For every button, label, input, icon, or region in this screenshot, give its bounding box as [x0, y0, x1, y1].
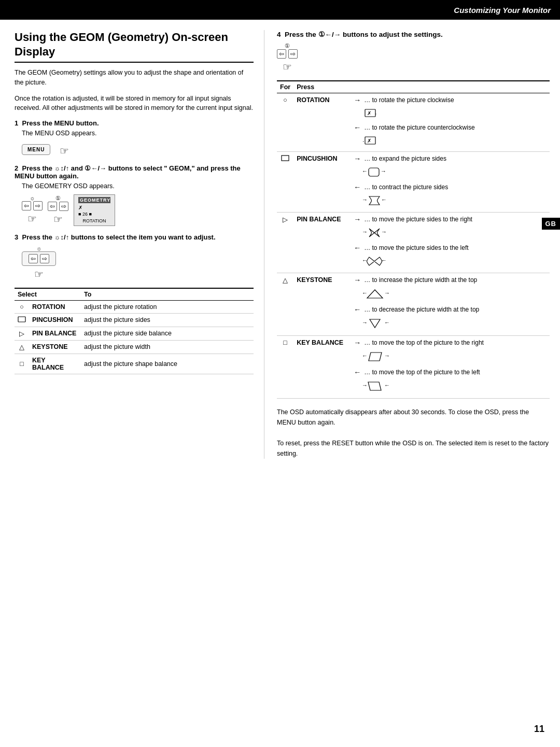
step-4-num: 4 — [277, 31, 281, 38]
pinbalance-right-line: → … to move the picture sides to the rig… — [354, 215, 547, 223]
pinbalance-entry: → … to move the picture sides to the rig… — [354, 215, 547, 270]
rotation-left-line: ← … to rotate the picture counterclockwi… — [354, 123, 547, 132]
keybalance-name-cell: KEY BALANCE — [293, 336, 351, 399]
keystone-right-text: … to increase the picture width at the t… — [364, 276, 477, 284]
keybalance-desc-cell: → … to move the top of the picture to th… — [351, 336, 550, 399]
pinbalance-icon-cell: ▷ — [277, 213, 293, 273]
press-table: For Press ○ ROTATION → … to rotate the p… — [277, 80, 550, 399]
rotation-entry: → … to rotate the picture clockwise ✗ ' — [354, 96, 547, 149]
svg-rect-9 — [369, 168, 379, 176]
row-desc: adjust the picture rotation — [81, 300, 254, 313]
keybalance-left-diagram: → ← — [362, 380, 547, 394]
rotation-right-line: → … to rotate the picture clockwise — [354, 96, 547, 104]
rotation-right-text: … to rotate the picture clockwise — [364, 96, 454, 104]
step-3-text: Press the ☼↕/↑ buttons to select the ite… — [22, 233, 215, 241]
menu-button-diagram: MENU — [22, 144, 50, 155]
step-3-label: 3 Press the ☼↕/↑ buttons to select the i… — [15, 233, 254, 241]
right-column: 4 Press the ①←/→ buttons to adjust the s… — [264, 30, 560, 459]
step-4-text: Press the ①←/→ buttons to adjust the set… — [285, 31, 443, 38]
intro-para-2: Once the rotation is adjusted, it will b… — [15, 94, 254, 114]
row-desc: adjust the picture side balance — [81, 327, 254, 340]
rotation-icon-cell: ○ — [277, 93, 293, 152]
press-table-row-keystone: △ KEYSTONE → … to increase the picture w… — [277, 273, 550, 336]
geometry-osd: GEOMETRY ✗ ■ 26 ■ ROTATION — [74, 194, 115, 226]
header-title: Customizing Your Monitor — [454, 6, 551, 15]
svg-text:←: ← — [362, 168, 368, 174]
hand-icon-3: ☞ — [34, 268, 44, 280]
to-col-header: To — [81, 288, 254, 301]
svg-text:→: → — [362, 382, 368, 388]
hand-icon-2b: ☞ — [53, 213, 63, 225]
menu-btn-label: MENU — [27, 147, 45, 152]
step3-arrow-box: ⇦ ⇨ — [22, 251, 56, 266]
pinbalance-left-svg: ← ← — [362, 256, 390, 267]
svg-text:→: → — [362, 229, 368, 235]
pincushion-entry: → … to expand the picture sides ← → — [354, 154, 547, 209]
step3-right: ⇨ — [40, 254, 49, 263]
keybalance-left-svg: → ← — [362, 380, 390, 392]
pinbalance-right-diagram: → → — [362, 227, 547, 240]
right-arrow: → — [354, 96, 361, 104]
pinbalance-name-cell: PIN BALANCE — [293, 213, 351, 273]
svg-text:✗: ✗ — [367, 110, 371, 116]
svg-text:←: ← — [384, 319, 390, 326]
svg-text:←: ← — [362, 257, 368, 263]
circle-btn-group: ① ⇦ ⇨ ☞ — [48, 195, 68, 225]
keystone-icon-cell: △ — [277, 273, 293, 336]
table-row: □ KEY BALANCE adjust the picture shape b… — [15, 354, 254, 374]
keystone-left-text: … to decrease the picture width at the t… — [364, 306, 479, 313]
keystone-expand-svg: ← → — [362, 288, 390, 300]
rotation-left-text: … to rotate the picture counterclockwise — [364, 124, 474, 131]
row-name: KEYSTONE — [29, 340, 81, 354]
step-1-body: The MENU OSD appears. — [22, 129, 254, 138]
svg-text:': ' — [363, 140, 364, 145]
table-row: △ KEYSTONE adjust the picture width — [15, 340, 254, 354]
osd-row-2: ■ 26 ■ — [78, 212, 110, 217]
step3-sun-icon: ☼ — [36, 245, 41, 251]
step4-right: ⇨ — [288, 49, 298, 59]
table-row: ○ ROTATION adjust the picture rotation — [15, 300, 254, 313]
row-icon — [15, 313, 29, 327]
svg-rect-0 — [18, 317, 25, 322]
pincushion-icon-svg — [18, 316, 26, 322]
keybalance-left-line: ← … to move the top of the picture to th… — [354, 368, 547, 376]
keystone-contract-diagram: → ← — [362, 317, 547, 331]
keybalance-right-line: → … to move the top of the picture to th… — [354, 339, 547, 347]
rotation-ccw-diagram: ✗ ' — [362, 135, 547, 148]
row-icon: □ — [15, 354, 29, 374]
hand-icon-1: ☞ — [60, 145, 69, 157]
step-3-num: 3 — [15, 233, 18, 241]
step-1-diagram: MENU ☞ — [22, 143, 254, 157]
row-name: PIN BALANCE — [29, 327, 81, 340]
lr-arrows: ⇦ ⇨ — [48, 202, 68, 211]
step-2-diagram: ☼ ⇦ ⇨ ☞ ① ⇦ ⇨ ☞ — [22, 194, 254, 226]
step-1-num: 1 — [15, 119, 18, 127]
step-3-diagram: ☼ ⇦ ⇨ ☞ — [22, 245, 254, 280]
pinbalance-left-line: ← … to move the picture sides to the lef… — [354, 244, 547, 252]
row-desc: adjust the picture width — [81, 340, 254, 354]
step-1-label: 1 Press the MENU button. — [15, 119, 254, 127]
pincushion-left-line: ← … to contract the picture sides — [354, 183, 547, 191]
pincushion-contract-diagram: → ← — [362, 195, 547, 208]
rotation-desc-cell: → … to rotate the picture clockwise ✗ ' — [351, 93, 550, 152]
pinbalance-right-text: … to move the picture sides to the right — [364, 216, 472, 223]
svg-text:→: → — [362, 319, 368, 326]
svg-text:→: → — [381, 168, 386, 174]
circle-icon: ① — [55, 195, 61, 202]
svg-text:←: ← — [384, 382, 390, 388]
select-col-header: Select — [15, 288, 81, 301]
table-row: PINCUSHION adjust the picture sides — [15, 313, 254, 327]
row-name: ROTATION — [29, 300, 81, 313]
svg-text:←: ← — [362, 290, 368, 296]
svg-marker-24 — [369, 353, 382, 361]
for-col-header: For — [277, 81, 293, 93]
sun-icon: ☼ — [30, 195, 35, 201]
down-arrow-btn: ⇦ — [22, 201, 31, 210]
rotation-cw-svg: ✗ ' — [362, 107, 381, 119]
left-arrow-btn: ⇦ — [48, 202, 57, 211]
section-title: Using the GEOM (Geometry) On-screen Disp… — [15, 30, 254, 63]
step-2-num: 2 — [15, 164, 18, 172]
step4-circle-icon: ① — [285, 43, 290, 49]
step-2-body: The GEOMETRY OSD appears. — [22, 181, 254, 191]
step3-btn-group: ☼ ⇦ ⇨ ☞ — [22, 245, 56, 280]
